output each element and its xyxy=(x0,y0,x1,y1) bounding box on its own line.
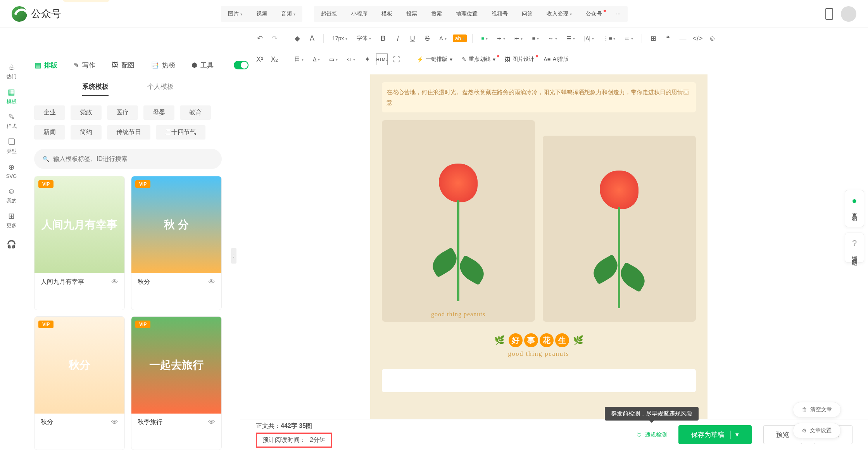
menu-超链接[interactable]: 超链接 xyxy=(314,6,344,22)
tag-党政[interactable]: 党政 xyxy=(71,105,102,120)
clear-article-button[interactable]: 🗑清空文章 xyxy=(793,402,841,417)
deco-badge: 好 xyxy=(509,333,523,347)
sec-tab-配图[interactable]: 🖼配图 xyxy=(112,61,135,70)
bullet-list-button[interactable]: ⋮≡ xyxy=(600,35,618,41)
user-avatar[interactable] xyxy=(841,6,856,22)
image-card-2[interactable] xyxy=(543,136,696,322)
redo-button[interactable]: ↷ xyxy=(269,33,280,44)
editor-canvas-area: 在花心营地，何住浪漫时光。盘然秋意藏在路旁的雨滴冷冷，阳光下蝉鸣挥洒想象力和创造… xyxy=(240,74,837,419)
menu-模板[interactable]: 模板 xyxy=(374,6,399,22)
emoji-button[interactable]: ☺ xyxy=(706,33,718,44)
sec-tab-写作[interactable]: ✎写作 xyxy=(74,61,95,70)
menu-搜索[interactable]: 搜索 xyxy=(424,6,449,22)
feedback-button[interactable]: ? 遇到问题 xyxy=(845,233,864,263)
letter-spacing-button[interactable]: ↔ xyxy=(545,35,560,41)
menu-收入变现[interactable]: 收入变现 xyxy=(540,6,579,22)
highlight-button[interactable]: ab xyxy=(453,34,467,42)
line-height-button[interactable]: ≡ xyxy=(529,35,542,41)
left-rail: ♨热门▦模板✎样式❏类型⊕SVG☺我的⊞更多🎧 xyxy=(0,56,23,450)
mobile-preview-icon[interactable] xyxy=(825,8,833,20)
vip-badge: VIP xyxy=(38,321,53,328)
template-search[interactable]: 🔍 xyxy=(34,149,222,169)
menu-视频[interactable]: 视频 xyxy=(249,6,274,22)
tag-母婴[interactable]: 母婴 xyxy=(143,105,174,120)
template-name: 人间九月有幸事 xyxy=(41,278,84,286)
violation-check-button[interactable]: 群发前检测，尽早规避违规风险 🛡 违规检测 xyxy=(637,431,667,438)
menu-视频号[interactable]: 视频号 xyxy=(485,6,515,22)
rail-support[interactable]: 🎧 xyxy=(2,233,21,257)
menu-···[interactable]: ··· xyxy=(609,6,628,22)
menu-图片[interactable]: 图片 xyxy=(221,6,249,22)
menu-地理位置[interactable]: 地理位置 xyxy=(449,6,485,22)
sec-tab-热榜[interactable]: 📑热榜 xyxy=(151,61,175,70)
code-button[interactable]: </> xyxy=(692,33,703,44)
menu-问答[interactable]: 问答 xyxy=(515,6,540,22)
hr-button[interactable]: — xyxy=(677,33,689,44)
clear-format-icon[interactable]: Ā xyxy=(306,33,318,44)
image-card-1[interactable]: good thing peanuts xyxy=(382,120,535,322)
tag-二十四节气[interactable]: 二十四节气 xyxy=(156,125,205,140)
editor-canvas[interactable]: 在花心营地，何住浪漫时光。盘然秋意藏在路旁的雨滴冷冷，阳光下蝉鸣挥洒想象力和创造… xyxy=(370,74,708,419)
tag-医疗[interactable]: 医疗 xyxy=(107,105,138,120)
toolbox-button[interactable]: ● 工具箱 ⇐ xyxy=(845,190,864,227)
tag-传统节日[interactable]: 传统节日 xyxy=(107,125,150,140)
text-color-button[interactable]: A xyxy=(436,35,449,41)
menu-公众号[interactable]: 公众号 xyxy=(579,6,609,22)
article-settings-button[interactable]: ⚙文章设置 xyxy=(793,423,841,438)
font-size-select[interactable]: 17px xyxy=(329,35,350,41)
align-button[interactable]: ≡ xyxy=(478,35,491,41)
preview-icon[interactable]: 👁 xyxy=(208,418,215,426)
bg-color-button[interactable]: ▭ xyxy=(621,35,636,41)
text-direction-button[interactable]: |A| xyxy=(581,35,597,41)
template-card[interactable]: VIP人间九月有幸事人间九月有幸事👁 xyxy=(34,176,125,310)
quote-button[interactable]: ❝ xyxy=(662,33,674,44)
template-card[interactable]: VIP一起去旅行秋季旅行👁 xyxy=(131,316,222,450)
rail-模板[interactable]: ▦模板 xyxy=(2,84,21,108)
preview-icon[interactable]: 👁 xyxy=(111,278,118,286)
undo-button[interactable]: ↶ xyxy=(254,33,266,44)
vip-badge: VIP xyxy=(38,180,53,188)
font-family-select[interactable]: 字体 xyxy=(354,35,374,42)
rail-SVG[interactable]: ⊕SVG xyxy=(2,159,21,182)
rail-热门[interactable]: ♨热门 xyxy=(2,60,21,83)
intro-text[interactable]: 在花心营地，何住浪漫时光。盘然秋意藏在路旁的雨滴冷冷，阳光下蝉鸣挥洒想象力和创造… xyxy=(382,82,696,112)
panel-drag-handle[interactable]: ⋮ xyxy=(231,248,236,264)
panel-tab-系统模板[interactable]: 系统模板 xyxy=(82,82,109,96)
table-button[interactable]: ⊞ xyxy=(647,33,659,44)
save-draft-button[interactable]: 保存为草稿▾ xyxy=(678,425,752,444)
underline-button[interactable]: U xyxy=(407,33,418,44)
strikethrough-button[interactable]: S xyxy=(421,33,433,44)
template-card[interactable]: VIP秋分秋分👁 xyxy=(34,316,125,450)
tag-新闻[interactable]: 新闻 xyxy=(34,125,65,140)
toggle-switch[interactable] xyxy=(234,61,248,69)
template-card[interactable]: VIP秋 分秋分👁 xyxy=(131,176,222,310)
violation-tooltip: 群发前检测，尽早规避违规风险 xyxy=(605,407,699,421)
tag-企业[interactable]: 企业 xyxy=(34,105,65,120)
rail-类型[interactable]: ❏类型 xyxy=(2,134,21,157)
panel-tab-个人模板[interactable]: 个人模板 xyxy=(147,82,174,96)
format-painter-icon[interactable]: ◆ xyxy=(292,33,303,44)
leaf-left-icon: 🌿 xyxy=(494,335,505,345)
list-button[interactable]: ☰ xyxy=(563,35,578,41)
template-name: 秋季旅行 xyxy=(138,418,162,426)
sec-tab-工具[interactable]: ⬢工具 xyxy=(192,61,214,70)
search-icon: 🔍 xyxy=(43,156,49,162)
search-input[interactable] xyxy=(53,155,213,162)
outdent-button[interactable]: ⇤ xyxy=(511,35,526,41)
indent-button[interactable]: ⇥ xyxy=(494,35,508,41)
placeholder-block[interactable] xyxy=(382,369,696,392)
rail-我的[interactable]: ☺我的 xyxy=(2,184,21,207)
tag-简约[interactable]: 简约 xyxy=(71,125,102,140)
preview-icon[interactable]: 👁 xyxy=(111,418,118,426)
bold-button[interactable]: B xyxy=(377,33,389,44)
italic-button[interactable]: I xyxy=(392,33,404,44)
sec-tab-排版[interactable]: ▤排版 xyxy=(35,61,57,70)
dropdown-icon[interactable]: ▾ xyxy=(730,431,739,439)
menu-投票[interactable]: 投票 xyxy=(399,6,424,22)
menu-小程序[interactable]: 小程序 xyxy=(344,6,374,22)
rail-更多[interactable]: ⊞更多 xyxy=(2,209,21,232)
rail-样式[interactable]: ✎样式 xyxy=(2,109,21,133)
tag-教育[interactable]: 教育 xyxy=(180,105,211,120)
menu-音频[interactable]: 音频 xyxy=(274,6,302,22)
preview-icon[interactable]: 👁 xyxy=(208,278,215,286)
